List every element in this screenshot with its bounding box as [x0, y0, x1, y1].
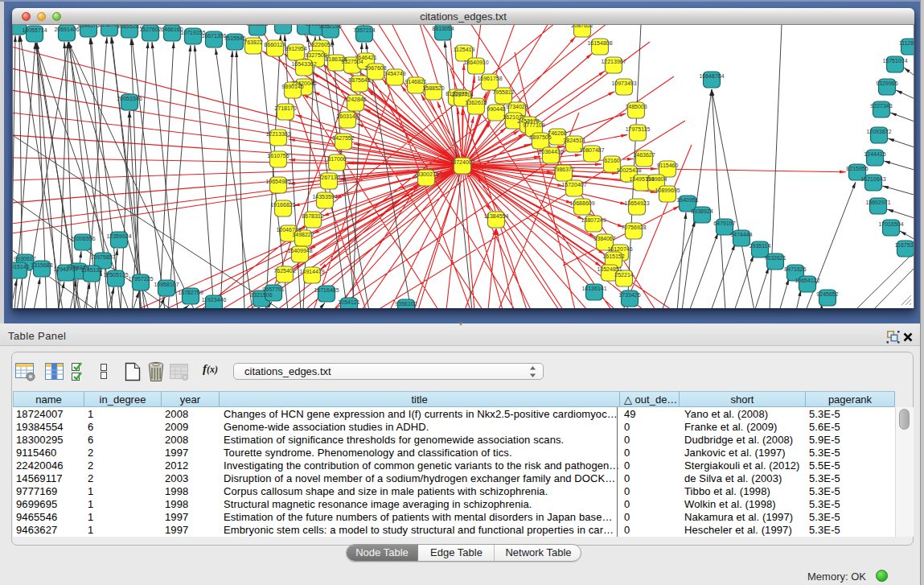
svg-text:11384554: 11384554 — [484, 213, 509, 219]
svg-text:7955812: 7955812 — [492, 89, 514, 95]
svg-text:1362615: 1362615 — [465, 100, 487, 105]
svg-text:10807487: 10807487 — [579, 147, 604, 153]
svg-text:990448: 990448 — [487, 106, 505, 112]
svg-text:7515546: 7515546 — [224, 35, 245, 41]
svg-text:9930617: 9930617 — [14, 256, 35, 262]
svg-text:18640910: 18640910 — [463, 60, 488, 65]
svg-text:8660124: 8660124 — [264, 42, 285, 47]
svg-text:7625402: 7625402 — [273, 268, 295, 274]
svg-text:2052195: 2052195 — [319, 25, 341, 29]
svg-text:1054121: 1054121 — [338, 299, 359, 305]
svg-text:7357214: 7357214 — [353, 27, 375, 33]
svg-text:9242845: 9242845 — [344, 97, 366, 102]
svg-text:763822: 763822 — [244, 39, 262, 45]
svg-text:1615152: 1615152 — [602, 253, 624, 259]
svg-text:14055714: 14055714 — [22, 27, 47, 33]
svg-text:10025438: 10025438 — [616, 167, 641, 173]
svg-text:8938924: 8938924 — [691, 208, 713, 214]
svg-text:16782759: 16782759 — [178, 290, 203, 295]
svg-text:16120746: 16120746 — [607, 246, 632, 252]
svg-text:3454749: 3454749 — [384, 71, 405, 76]
svg-text:12093872: 12093872 — [866, 129, 891, 134]
svg-text:16210643: 16210643 — [860, 176, 885, 182]
svg-text:20053346: 20053346 — [117, 96, 142, 101]
svg-text:16409948: 16409948 — [287, 248, 312, 253]
svg-text:18724007: 18724007 — [450, 159, 474, 165]
svg-text:12359924: 12359924 — [106, 233, 131, 239]
svg-text:8321506: 8321506 — [250, 292, 272, 298]
svg-text:1463627: 1463627 — [633, 152, 655, 158]
svg-text:3267130: 3267130 — [318, 175, 339, 180]
svg-text:1588520: 1588520 — [422, 85, 444, 91]
svg-text:10654122: 10654122 — [795, 278, 819, 283]
svg-text:1244415: 1244415 — [864, 151, 885, 157]
svg-text:15720407: 15720407 — [561, 182, 586, 187]
svg-text:12942737: 12942737 — [53, 266, 78, 272]
svg-text:8471626: 8471626 — [784, 266, 806, 272]
svg-text:2087652: 2087652 — [571, 25, 593, 28]
svg-text:9329966: 9329966 — [876, 80, 897, 86]
svg-text:14914479: 14914479 — [299, 269, 324, 274]
svg-text:15716485: 15716485 — [314, 287, 339, 293]
svg-text:3824514: 3824514 — [563, 138, 585, 143]
svg-text:6479197: 6479197 — [713, 220, 735, 226]
svg-text:10958107: 10958107 — [154, 282, 179, 287]
svg-text:70756928: 70756928 — [621, 225, 646, 230]
svg-text:1527602: 1527602 — [139, 27, 161, 32]
svg-text:9693326: 9693326 — [246, 25, 268, 27]
svg-text:8912954: 8912954 — [285, 46, 306, 51]
svg-text:9327509: 9327509 — [305, 52, 326, 58]
svg-text:20691406: 20691406 — [54, 27, 79, 32]
svg-text:17016504: 17016504 — [878, 221, 903, 227]
svg-text:6897505: 6897505 — [529, 134, 551, 140]
svg-text:16671355: 16671355 — [201, 33, 226, 39]
svg-text:2603144: 2603144 — [336, 113, 358, 119]
svg-text:62160: 62160 — [604, 158, 620, 163]
svg-text:9734028: 9734028 — [506, 104, 528, 109]
svg-text:9344575: 9344575 — [77, 25, 99, 28]
svg-text:9474444: 9474444 — [730, 232, 752, 237]
svg-text:8813054: 8813054 — [432, 26, 454, 31]
svg-text:1112845: 1112845 — [899, 40, 914, 46]
svg-text:13524851: 13524851 — [597, 266, 622, 272]
svg-text:12505135: 12505135 — [103, 272, 128, 278]
svg-text:1315688: 1315688 — [31, 262, 52, 268]
svg-text:3498222: 3498222 — [292, 232, 314, 237]
svg-text:12213967: 12213967 — [601, 59, 626, 64]
svg-text:14353594: 14353594 — [312, 194, 337, 200]
svg-text:16154808: 16154808 — [587, 40, 612, 46]
svg-text:13807249: 13807249 — [581, 217, 606, 223]
svg-text:15751074: 15751074 — [882, 58, 907, 64]
svg-text:10655287: 10655287 — [117, 25, 142, 29]
svg-text:9245652: 9245652 — [816, 291, 838, 297]
svg-text:10975857: 10975857 — [90, 254, 115, 260]
svg-text:10899695: 10899695 — [655, 187, 680, 193]
svg-text:1640951: 1640951 — [676, 197, 698, 203]
svg-text:8427552: 8427552 — [332, 135, 354, 141]
svg-text:7485003: 7485003 — [625, 104, 647, 109]
svg-text:23226058: 23226058 — [308, 42, 333, 47]
svg-text:252214: 252214 — [614, 272, 633, 278]
svg-text:8875645: 8875645 — [348, 77, 370, 83]
svg-text:16648784: 16648784 — [699, 73, 724, 79]
svg-text:17975115: 17975115 — [626, 126, 651, 132]
svg-text:9384067: 9384067 — [593, 236, 615, 241]
svg-text:8678312: 8678312 — [302, 213, 323, 219]
svg-text:11923446: 11923446 — [202, 297, 227, 303]
svg-text:1805362: 1805362 — [13, 25, 29, 26]
svg-text:7986372: 7986372 — [552, 167, 574, 172]
svg-text:8215955: 8215955 — [846, 166, 868, 171]
svg-text:9227343: 9227343 — [870, 103, 892, 109]
svg-text:23300275: 23300275 — [413, 171, 438, 177]
svg-text:817006: 817006 — [327, 156, 346, 162]
svg-text:2718170: 2718170 — [274, 105, 296, 111]
svg-text:1125419: 1125419 — [454, 47, 475, 52]
svg-text:2967608: 2967608 — [364, 65, 386, 71]
svg-text:10973493: 10973493 — [611, 80, 636, 86]
svg-text:9115460: 9115460 — [657, 163, 679, 168]
svg-text:1145132: 1145132 — [81, 267, 103, 273]
svg-text:9146821: 9146821 — [405, 79, 426, 84]
svg-text:1733426: 1733426 — [618, 292, 640, 298]
svg-text:10688609: 10688609 — [569, 200, 594, 206]
svg-text:7646421: 7646421 — [355, 55, 376, 60]
